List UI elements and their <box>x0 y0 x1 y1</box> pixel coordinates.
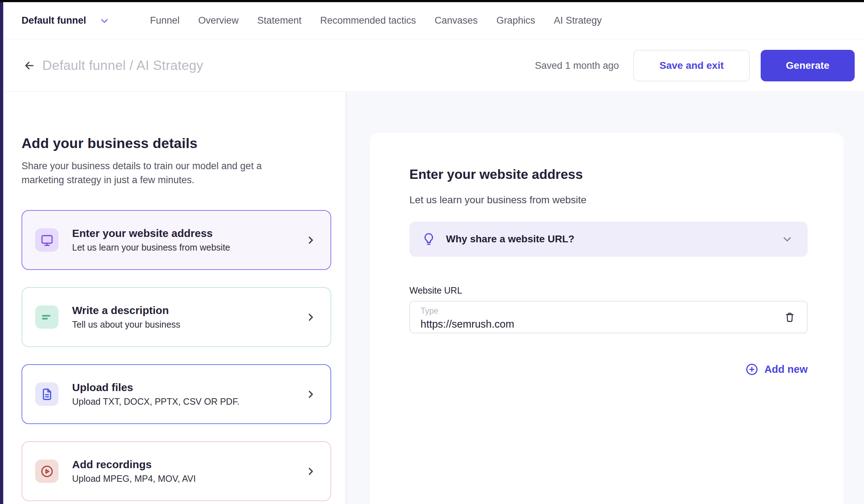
business-details-panel: Add your business details Share your bus… <box>3 92 346 504</box>
chevron-right-icon <box>305 466 316 477</box>
tab-ai-strategy[interactable]: AI Strategy <box>554 15 602 26</box>
delete-url-button[interactable] <box>782 309 798 325</box>
website-url-value: https://semrush.com <box>421 318 775 330</box>
back-button[interactable] <box>22 58 37 73</box>
window-frame-left <box>0 0 3 504</box>
website-url-label: Website URL <box>409 285 808 296</box>
page-title: Add your business details <box>22 135 331 151</box>
card-title: Enter your website address <box>72 227 230 239</box>
input-placeholder-label: Type <box>421 306 775 316</box>
detail-card-list: Enter your website address Let us learn … <box>22 210 331 501</box>
chevron-down-icon <box>781 233 793 245</box>
tab-graphics[interactable]: Graphics <box>496 15 535 26</box>
tab-funnel[interactable]: Funnel <box>150 15 180 26</box>
funnel-switcher-dropdown[interactable]: Default funnel <box>22 15 110 26</box>
saved-status: Saved 1 month ago <box>535 60 619 71</box>
nav-tabs: FunnelOverviewStatementRecommended tacti… <box>150 15 602 26</box>
generate-button[interactable]: Generate <box>761 50 855 81</box>
tab-canvases[interactable]: Canvases <box>435 15 478 26</box>
accordion-label: Why share a website URL? <box>446 233 574 245</box>
toolbar-actions: Saved 1 month ago Save and exit Generate <box>535 50 855 81</box>
app-window: Default funnel FunnelOverviewStatementRe… <box>0 0 864 504</box>
website-address-card: Enter your website address Let us learn … <box>370 133 844 504</box>
card-title: Add recordings <box>72 458 196 471</box>
lightbulb-icon <box>422 232 436 246</box>
add-new-button[interactable]: Add new <box>745 363 808 376</box>
chevron-right-icon <box>305 312 316 323</box>
funnel-switcher-label: Default funnel <box>22 15 86 26</box>
card-subtitle: Let us learn your business from website <box>72 242 230 253</box>
breadcrumb: Default funnel / AI Strategy <box>42 58 203 73</box>
play-circle-icon <box>40 464 54 479</box>
card-title: Write a description <box>72 304 180 317</box>
tab-statement[interactable]: Statement <box>257 15 301 26</box>
chevron-down-icon <box>99 15 110 26</box>
why-share-url-accordion[interactable]: Why share a website URL? <box>409 222 808 257</box>
add-new-label: Add new <box>764 363 808 375</box>
body-area: Add your business details Share your bus… <box>3 92 864 504</box>
card-subtitle: Tell us about your business <box>72 319 180 330</box>
chevron-right-icon <box>305 235 316 246</box>
section-title: Enter your website address <box>409 167 808 182</box>
detail-card-recordings[interactable]: Add recordings Upload MPEG, MP4, MOV, AV… <box>22 441 331 501</box>
text-lines-icon <box>40 310 54 324</box>
card-subtitle: Upload MPEG, MP4, MOV, AVI <box>72 474 196 484</box>
page-description: Share your business details to train our… <box>22 159 294 187</box>
top-nav: Default funnel FunnelOverviewStatementRe… <box>3 2 864 39</box>
arrow-left-icon <box>23 60 36 72</box>
website-url-input[interactable]: Type https://semrush.com <box>409 301 808 333</box>
chevron-right-icon <box>305 389 316 400</box>
file-icon <box>40 387 54 401</box>
tab-recommended-tactics[interactable]: Recommended tactics <box>320 15 416 26</box>
card-subtitle: Upload TXT, DOCX, PPTX, CSV OR PDF. <box>72 396 239 407</box>
step-content-panel: Enter your website address Let us learn … <box>346 92 864 504</box>
detail-card-files[interactable]: Upload files Upload TXT, DOCX, PPTX, CSV… <box>22 364 331 424</box>
toolbar: Default funnel / AI Strategy Saved 1 mon… <box>3 40 864 92</box>
card-title: Upload files <box>72 381 239 394</box>
save-and-exit-button[interactable]: Save and exit <box>633 50 750 81</box>
trash-icon <box>784 311 796 323</box>
detail-card-website[interactable]: Enter your website address Let us learn … <box>22 210 331 270</box>
window-frame-top <box>0 0 864 2</box>
tab-overview[interactable]: Overview <box>198 15 239 26</box>
monitor-icon <box>40 233 54 247</box>
plus-circle-icon <box>745 363 759 376</box>
section-subtitle: Let us learn your business from website <box>409 194 808 206</box>
detail-card-description[interactable]: Write a description Tell us about your b… <box>22 287 331 347</box>
